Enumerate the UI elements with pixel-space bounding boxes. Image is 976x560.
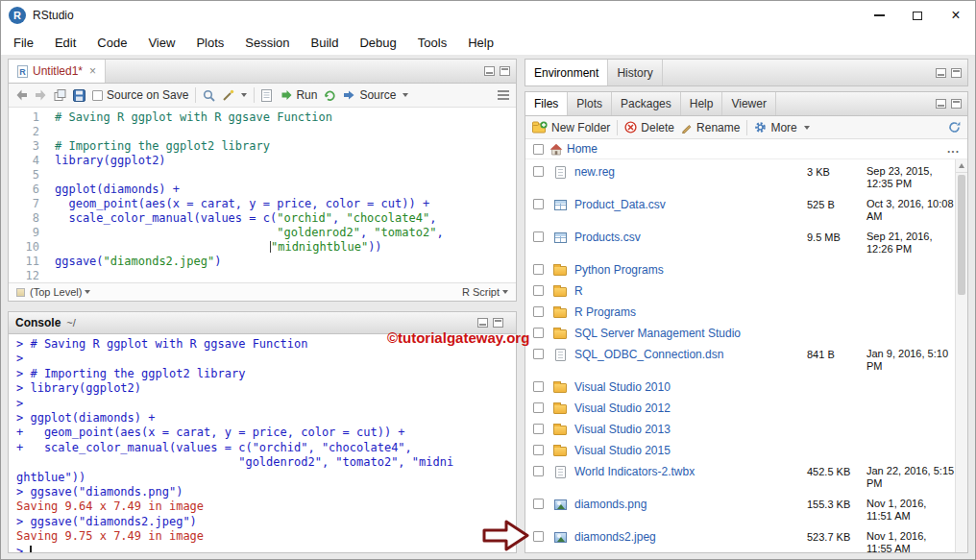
file-row[interactable]: R Programs bbox=[525, 302, 955, 323]
minimize-button[interactable] bbox=[860, 1, 898, 30]
minimize-pane-icon[interactable] bbox=[484, 66, 495, 76]
menu-item[interactable]: View bbox=[137, 30, 185, 55]
tab-files[interactable]: Files bbox=[525, 92, 568, 115]
scrollbar-thumb[interactable] bbox=[958, 175, 965, 295]
menu-item[interactable]: Code bbox=[86, 30, 137, 55]
file-row[interactable]: Product_Data.csv 525 B Oct 3, 2016, 10:0… bbox=[525, 194, 955, 227]
file-name-link[interactable]: Products.csv bbox=[574, 231, 807, 244]
editor-code[interactable]: # Saving R ggplot with R ggsave Function… bbox=[47, 108, 516, 282]
compile-notebook-button[interactable] bbox=[261, 89, 272, 102]
file-row[interactable]: SQL Server Management Studio bbox=[525, 323, 955, 344]
refresh-button[interactable] bbox=[948, 121, 961, 134]
new-folder-button[interactable]: New Folder bbox=[532, 121, 610, 134]
breadcrumb-overflow-button[interactable]: ... bbox=[947, 142, 960, 156]
menu-item[interactable]: Session bbox=[234, 30, 300, 55]
tab-viewer[interactable]: Viewer bbox=[722, 92, 775, 115]
file-name-link[interactable]: Visual Studio 2012 bbox=[574, 402, 807, 415]
file-checkbox[interactable] bbox=[533, 306, 544, 317]
tab-history[interactable]: History bbox=[608, 60, 662, 85]
source-on-save-toggle[interactable]: Source on Save bbox=[92, 88, 188, 102]
tab-close-icon[interactable]: × bbox=[89, 64, 96, 78]
file-name-link[interactable]: R bbox=[574, 284, 807, 298]
scroll-up-button[interactable] bbox=[956, 159, 967, 173]
more-button[interactable]: More bbox=[754, 121, 809, 134]
home-link[interactable]: Home bbox=[549, 142, 598, 156]
tab-packages[interactable]: Packages bbox=[612, 92, 681, 115]
file-row[interactable]: diamonds.png 155.3 KB Nov 1, 2016, 11:51… bbox=[525, 494, 955, 526]
file-row[interactable]: R bbox=[525, 280, 955, 302]
file-checkbox[interactable] bbox=[533, 445, 544, 455]
file-row[interactable]: Visual Studio 2012 bbox=[525, 398, 955, 419]
rerun-button[interactable] bbox=[324, 89, 336, 101]
file-row[interactable]: diamonds2.jpeg 523.7 KB Nov 1, 2016, 11:… bbox=[525, 526, 955, 552]
maximize-pane-icon[interactable] bbox=[500, 66, 510, 76]
file-checkbox[interactable] bbox=[533, 424, 544, 434]
save-button[interactable] bbox=[73, 89, 85, 102]
scope-selector[interactable]: (Top Level) bbox=[30, 286, 90, 298]
source-on-save-checkbox[interactable] bbox=[92, 90, 103, 101]
run-button[interactable]: Run bbox=[279, 88, 317, 102]
tab-help[interactable]: Help bbox=[681, 92, 723, 115]
file-checkbox[interactable] bbox=[533, 328, 544, 338]
file-row[interactable]: Visual Studio 2013 bbox=[525, 419, 955, 440]
maximize-pane-icon[interactable] bbox=[493, 318, 503, 328]
file-name-link[interactable]: Visual Studio 2010 bbox=[574, 380, 807, 394]
menu-item[interactable]: Build bbox=[301, 30, 350, 55]
menu-item[interactable]: Tools bbox=[407, 30, 457, 55]
find-replace-button[interactable] bbox=[203, 89, 215, 102]
maximize-pane-icon[interactable] bbox=[951, 68, 962, 78]
file-row[interactable]: World Indicators-2.twbx 452.5 KB Jan 22,… bbox=[525, 461, 955, 494]
code-tools-button[interactable] bbox=[222, 89, 247, 102]
tab-untitled1[interactable]: R Untitled1* × bbox=[9, 60, 106, 83]
maximize-button[interactable] bbox=[898, 1, 937, 30]
file-checkbox[interactable] bbox=[533, 231, 544, 242]
jump-to-icon[interactable] bbox=[16, 288, 25, 297]
console-output[interactable]: > # Saving R ggplot with R ggsave Functi… bbox=[9, 334, 516, 552]
file-row[interactable]: Products.csv 9.5 MB Sep 21, 2016, 12:26 … bbox=[525, 227, 955, 259]
file-checkbox[interactable] bbox=[533, 166, 544, 177]
rename-button[interactable]: Rename bbox=[681, 121, 740, 134]
file-name-link[interactable]: R Programs bbox=[574, 305, 807, 319]
menu-item[interactable]: Edit bbox=[44, 30, 86, 55]
tab-environment[interactable]: Environment bbox=[525, 60, 608, 85]
file-name-link[interactable]: Visual Studio 2013 bbox=[574, 423, 807, 436]
menu-item[interactable]: Debug bbox=[349, 30, 406, 55]
maximize-pane-icon[interactable] bbox=[951, 99, 962, 109]
select-all-checkbox[interactable] bbox=[533, 144, 544, 155]
file-row[interactable]: Python Programs bbox=[525, 259, 955, 280]
file-name-link[interactable]: World Indicators-2.twbx bbox=[574, 465, 807, 478]
file-checkbox[interactable] bbox=[533, 402, 544, 413]
file-name-link[interactable]: SQL_ODBC_Connection.dsn bbox=[574, 348, 807, 361]
file-name-link[interactable]: diamonds.png bbox=[574, 498, 807, 511]
file-name-link[interactable]: SQL Server Management Studio bbox=[574, 327, 807, 340]
close-button[interactable]: × bbox=[937, 1, 975, 30]
minimize-pane-icon[interactable] bbox=[477, 318, 488, 328]
document-outline-button[interactable] bbox=[498, 90, 509, 100]
file-checkbox[interactable] bbox=[533, 466, 544, 476]
menu-item[interactable]: Plots bbox=[185, 30, 234, 55]
files-scrollbar[interactable] bbox=[955, 159, 967, 552]
minimize-pane-icon[interactable] bbox=[936, 99, 946, 109]
delete-button[interactable]: Delete bbox=[624, 121, 674, 134]
file-checkbox[interactable] bbox=[533, 531, 544, 542]
menu-item[interactable]: Help bbox=[457, 30, 504, 55]
forward-button[interactable] bbox=[35, 89, 47, 101]
minimize-pane-icon[interactable] bbox=[936, 68, 946, 78]
menu-item[interactable]: File bbox=[3, 30, 44, 55]
file-row[interactable]: Visual Studio 2010 bbox=[525, 377, 955, 398]
file-checkbox[interactable] bbox=[533, 349, 544, 359]
file-name-link[interactable]: diamonds2.jpeg bbox=[574, 530, 807, 544]
tab-plots[interactable]: Plots bbox=[568, 92, 612, 115]
file-row[interactable]: Visual Studio 2015 bbox=[525, 440, 955, 461]
open-in-window-button[interactable] bbox=[54, 89, 66, 101]
file-name-link[interactable]: Product_Data.csv bbox=[574, 198, 807, 211]
file-row[interactable]: SQL_ODBC_Connection.dsn 841 B Jan 9, 201… bbox=[525, 344, 955, 377]
source-button[interactable]: Source bbox=[343, 88, 408, 102]
file-name-link[interactable]: Python Programs bbox=[574, 263, 807, 277]
file-checkbox[interactable] bbox=[533, 199, 544, 209]
code-editor[interactable]: 123456789101112 # Saving R ggplot with R… bbox=[9, 108, 516, 282]
back-button[interactable] bbox=[15, 89, 28, 101]
file-checkbox[interactable] bbox=[533, 381, 544, 392]
file-checkbox[interactable] bbox=[533, 499, 544, 509]
file-type-selector[interactable]: R Script bbox=[462, 286, 508, 298]
